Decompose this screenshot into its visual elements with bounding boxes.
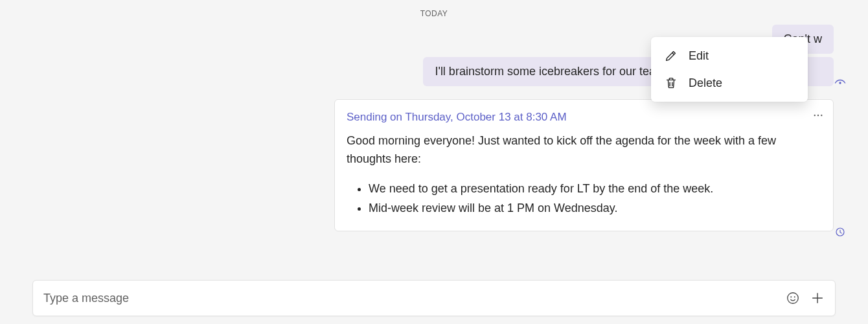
edit-icon [664,49,678,63]
more-options-button[interactable] [810,108,827,128]
scheduled-clock-icon [834,226,846,238]
scheduled-clock-indicator [834,226,846,240]
svg-point-5 [788,293,799,304]
list-item: We need to get a presentation ready for … [369,180,821,198]
scheduled-message-card[interactable]: Sending on Thursday, October 13 at 8:30 … [334,99,834,231]
svg-point-0 [814,115,816,116]
compose-input[interactable] [43,292,786,305]
delete-icon [664,76,678,90]
compose-actions [786,291,825,305]
svg-point-1 [817,115,819,116]
delete-menu-item[interactable]: Delete [651,69,808,97]
emoji-button[interactable] [786,291,800,305]
add-button[interactable] [810,291,825,305]
plus-icon [810,291,825,305]
date-divider: TODAY [0,0,868,25]
scheduled-body: Good morning everyone! Just wanted to ki… [347,132,821,218]
more-icon [812,110,824,121]
list-item: Mid-week review will be at 1 PM on Wedne… [369,200,821,218]
svg-point-7 [794,296,795,297]
scheduled-intro: Good morning everyone! Just wanted to ki… [347,132,821,168]
svg-point-2 [821,115,822,116]
edit-menu-item[interactable]: Edit [651,42,808,69]
scheduled-status-text: Sending on Thursday, October 13 at 8:30 … [347,109,821,126]
delete-menu-label: Delete [689,76,722,90]
message-context-menu: Edit Delete [651,37,808,102]
emoji-icon [786,291,800,305]
scheduled-bullets: We need to get a presentation ready for … [347,180,821,218]
compose-bar [32,280,836,316]
read-receipt-icon [834,77,846,89]
edit-menu-label: Edit [689,49,709,63]
read-receipt-indicator [834,77,846,91]
svg-point-6 [790,296,792,297]
svg-point-3 [839,82,841,84]
